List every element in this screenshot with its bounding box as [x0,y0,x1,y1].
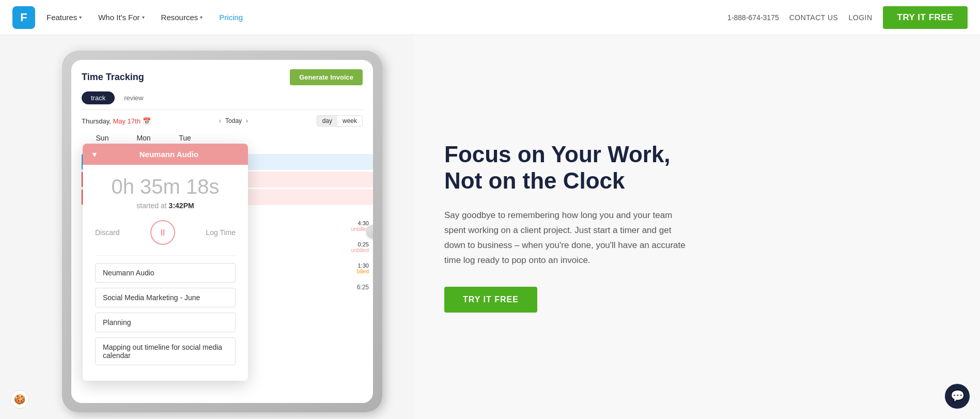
generate-invoice-button[interactable]: Generate Invoice [290,69,363,85]
total-row-3: 1:30 billed [351,262,369,274]
timer-overlay: ▼ Neumann Audio 0h 35m 18s started at 3:… [83,144,248,381]
nav-features[interactable]: Features ▾ [39,9,89,26]
nav-try-free-button[interactable]: TRY IT FREE [883,6,968,29]
nav-links: Features ▾ Who It's For ▾ Resources ▾ Pr… [39,9,250,26]
timer-client-name: Neumann Audio [139,150,198,159]
timer-field-notes[interactable]: Mapping out timeline for social media ca… [95,337,236,365]
nav-left: F Features ▾ Who It's For ▾ Resources ▾ … [12,6,250,29]
date-next[interactable]: › [246,117,248,125]
cookie-icon: 🍪 [14,394,25,405]
main-content: Time Tracking Generate Invoice track rev… [0,35,980,419]
features-arrow: ▾ [79,14,82,20]
screen-tabs: track review [71,91,373,110]
discard-button[interactable]: Discard [95,228,119,237]
timer-field-task[interactable]: Planning [95,313,236,332]
hero-headline: Focus on Your Work, Not on the Clock [444,142,692,194]
logo[interactable]: F [12,6,35,29]
text-section: Focus on Your Work, Not on the Clock Say… [413,35,980,419]
chat-button[interactable]: 💬 [945,384,970,409]
nav-contact[interactable]: CONTACT US [789,13,838,22]
timer-controls: Discard ⏸ Log Time [95,220,236,245]
text-content: Focus on Your Work, Not on the Clock Say… [444,142,692,313]
date-prev[interactable]: ‹ [219,117,221,125]
nav-login[interactable]: LOGIN [848,13,872,22]
hero-try-free-button[interactable]: TRY IT FREE [444,287,537,313]
week-btn[interactable]: week [337,116,362,126]
date-today[interactable]: Today [225,117,242,125]
timer-field-client[interactable]: Neumann Audio [95,263,236,283]
device-wrapper: Time Tracking Generate Invoice track rev… [10,35,403,417]
date-label: Thursday, May 17th 📅 [82,117,151,125]
day-week-btns: day week [317,115,363,127]
timer-field-project[interactable]: Social Media Marketing - June [95,288,236,307]
screen-header: Time Tracking Generate Invoice [71,60,373,91]
nav-who-its-for[interactable]: Who It's For ▾ [91,9,151,26]
total-combined: 6:25 [351,284,369,291]
who-arrow: ▾ [142,14,145,20]
timer-started: started at 3:42PM [95,201,236,210]
day-btn[interactable]: day [317,116,337,126]
timer-header: ▼ Neumann Audio [83,144,248,165]
pause-button[interactable]: ⏸ [150,220,175,245]
screen-title: Time Tracking [82,72,144,83]
nav-pricing[interactable]: Pricing [212,9,250,26]
tab-review[interactable]: review [115,91,153,104]
device-section: Time Tracking Generate Invoice track rev… [0,35,413,419]
navbar: F Features ▾ Who It's For ▾ Resources ▾ … [0,0,980,35]
nav-right: 1-888-674-3175 CONTACT US LOGIN TRY IT F… [727,6,968,29]
timer-chevron-icon[interactable]: ▼ [91,150,98,159]
timer-divider [95,255,236,256]
timer-display: 0h 35m 18s [95,175,236,198]
cookie-button[interactable]: 🍪 [10,390,29,409]
total-row-2: 0:25 unbilled [351,241,369,253]
chat-icon: 💬 [951,390,965,403]
nav-phone: 1-888-674-3175 [727,13,779,22]
resources-arrow: ▾ [200,14,203,20]
nav-resources[interactable]: Resources ▾ [154,9,210,26]
date-row: Thursday, May 17th 📅 ‹ Today › day week [71,110,373,132]
tab-track[interactable]: track [82,91,115,104]
date-nav: ‹ Today › [219,117,248,125]
timer-body: 0h 35m 18s started at 3:42PM Discard ⏸ L… [83,165,248,381]
hero-subtext: Say goodbye to remembering how long you … [444,208,692,268]
log-time-button[interactable]: Log Time [206,228,236,237]
